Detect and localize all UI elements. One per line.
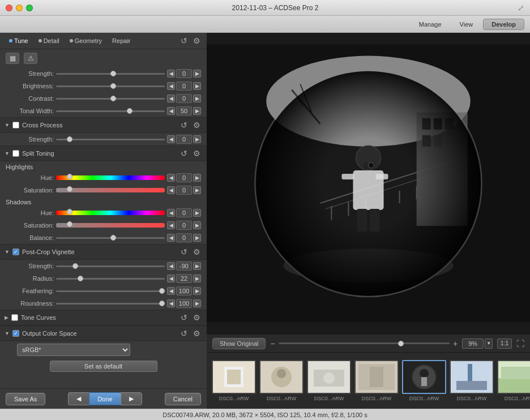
contrast-decrement[interactable]: ◀ [167,95,175,102]
vig-radius-slider[interactable] [56,278,165,280]
cross-process-settings[interactable]: ⚙ [191,121,202,130]
vig-feathering-increment[interactable]: ▶ [193,287,201,295]
brightness-thumb[interactable] [110,83,116,89]
hl-hue-thumb[interactable] [67,174,72,179]
panel-scroll[interactable]: Strength: ◀ 0 ▶ Brightness: ◀ 0 [0,67,207,388]
show-original-button[interactable]: Show Original [212,338,266,349]
output-color-refresh[interactable]: ↺ [179,329,189,338]
output-color-settings[interactable]: ⚙ [191,329,202,338]
thumb-1[interactable] [259,360,304,394]
zoom-track[interactable] [279,342,450,344]
vig-roundness-increment[interactable]: ▶ [193,299,201,307]
subtab-detail[interactable]: Detail [34,36,64,45]
strength-thumb[interactable] [110,71,116,76]
split-toning-refresh[interactable]: ↺ [179,149,189,158]
sh-hue-increment[interactable]: ▶ [193,209,201,217]
filmstrip-item-5[interactable]: DSC0...ARW [449,360,494,401]
cross-process-checkbox[interactable] [12,122,19,128]
split-toning-settings[interactable]: ⚙ [191,149,202,158]
thumb-3[interactable] [354,360,399,394]
tonal-width-thumb[interactable] [127,108,132,114]
cp-strength-decrement[interactable]: ◀ [167,135,175,143]
balance-slider[interactable] [56,237,165,239]
zoom-ratio-button[interactable]: 1:1 [497,338,512,349]
vig-strength-increment[interactable]: ▶ [193,262,201,270]
tone-curves-refresh[interactable]: ↺ [179,313,189,322]
vig-strength-slider[interactable] [56,265,165,267]
hl-hue-increment[interactable]: ▶ [193,174,201,182]
tone-curves-checkbox[interactable] [11,314,18,321]
hl-sat-increment[interactable]: ▶ [193,186,201,194]
vignette-refresh[interactable]: ↺ [179,247,189,256]
minimize-button[interactable] [16,5,23,11]
filmstrip-item-6[interactable]: DSC0...ARW [497,360,530,401]
maximize-button[interactable] [26,5,33,11]
thumb-0[interactable] [212,360,256,394]
filmstrip-item-0[interactable]: DSC0...ARW [211,360,257,401]
sh-sat-increment[interactable]: ▶ [193,221,201,229]
vig-radius-decrement[interactable]: ◀ [167,275,175,282]
thumb-2[interactable] [307,360,351,394]
done-button[interactable]: Done [89,392,120,405]
vig-feathering-slider[interactable] [56,290,165,292]
filmstrip-item-4[interactable]: DSC0...ARW [401,360,447,401]
balance-thumb[interactable] [110,235,116,241]
subtab-repair[interactable]: Repair [108,36,135,45]
vig-feathering-thumb[interactable] [159,288,165,294]
tab-manage[interactable]: Manage [411,19,450,29]
zoom-dropdown-button[interactable]: ▼ [485,338,493,349]
vignette-settings[interactable]: ⚙ [191,247,202,256]
output-color-header[interactable]: ▼ ✓ Output Color Space ↺ ⚙ [0,325,207,341]
cancel-button[interactable]: Cancel [165,393,201,405]
prev-button[interactable]: ◀ [68,392,89,405]
vignette-header[interactable]: ▼ ✓ Post-Crop Vignette ↺ ⚙ [0,244,207,260]
color-space-select[interactable]: sRGB*Adobe RGBProPhoto RGB [17,344,130,356]
vig-roundness-thumb[interactable] [159,301,165,306]
vignette-checkbox[interactable]: ✓ [12,248,19,255]
brightness-increment[interactable]: ▶ [193,82,201,90]
strength-slider[interactable] [56,73,165,75]
warning-icon[interactable]: ⚠ [24,53,37,64]
tonal-width-decrement[interactable]: ◀ [167,107,175,115]
cp-strength-thumb[interactable] [67,136,72,142]
zoom-minus-icon[interactable]: − [270,339,275,348]
filmstrip[interactable]: DSC0...ARW DSC0...ARW [207,352,530,409]
cross-process-header[interactable]: ▼ Cross Process ↺ ⚙ [0,117,207,133]
vig-roundness-decrement[interactable]: ◀ [167,299,175,307]
vig-roundness-slider[interactable] [56,303,165,305]
close-button[interactable] [6,5,12,11]
zoom-thumb[interactable] [398,341,404,346]
hl-sat-decrement[interactable]: ◀ [167,186,175,194]
settings-icon[interactable]: ⚙ [191,36,202,45]
split-toning-header[interactable]: ▼ Split Toning ↺ ⚙ [0,145,207,161]
tonal-width-increment[interactable]: ▶ [193,107,201,115]
brightness-decrement[interactable]: ◀ [167,82,175,90]
split-toning-checkbox[interactable] [12,150,19,157]
contrast-thumb[interactable] [110,96,116,101]
contrast-slider[interactable] [56,98,165,100]
strength-decrement[interactable]: ◀ [167,70,175,78]
sh-hue-decrement[interactable]: ◀ [167,209,175,217]
thumb-6[interactable] [497,360,530,394]
hl-sat-slider[interactable] [56,188,165,192]
thumb-4[interactable] [402,360,446,394]
set-default-button[interactable]: Set as default [50,361,157,372]
thumb-5[interactable] [450,360,494,394]
tone-curves-header[interactable]: ▶ Tone Curves ↺ ⚙ [0,310,207,325]
contrast-increment[interactable]: ▶ [193,95,201,102]
save-as-button[interactable]: Save As [6,393,45,405]
sh-hue-slider[interactable] [56,211,165,215]
brightness-slider[interactable] [56,85,165,87]
cp-strength-increment[interactable]: ▶ [193,135,201,143]
filmstrip-item-3[interactable]: DSC0...ARW [354,360,399,401]
cross-process-refresh[interactable]: ↺ [179,121,189,130]
tab-develop[interactable]: Develop [483,19,524,30]
balance-increment[interactable]: ▶ [193,234,201,242]
balance-decrement[interactable]: ◀ [167,234,175,242]
hl-hue-slider[interactable] [56,175,165,180]
output-color-checkbox[interactable]: ✓ [12,330,19,337]
tone-curves-settings[interactable]: ⚙ [191,313,202,322]
subtab-tune[interactable]: Tune [5,36,33,45]
fullscreen-icon[interactable]: ⛶ [516,339,524,348]
zoom-value-input[interactable] [462,338,484,349]
